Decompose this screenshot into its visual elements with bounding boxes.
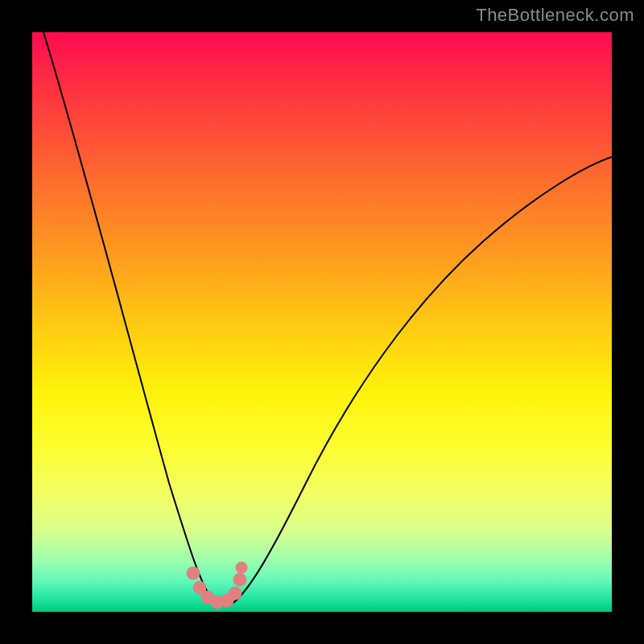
svg-point-6 (233, 573, 246, 586)
bottleneck-curve (32, 32, 612, 612)
svg-point-1 (193, 581, 206, 594)
svg-point-5 (229, 587, 242, 600)
curve-path (43, 32, 612, 605)
plot-area (32, 32, 612, 612)
svg-point-3 (211, 596, 224, 609)
svg-point-2 (201, 591, 214, 604)
svg-point-4 (221, 594, 233, 607)
chart-frame: TheBottleneck.com (0, 0, 644, 644)
watermark-text: TheBottleneck.com (476, 5, 634, 26)
svg-point-7 (236, 562, 247, 573)
svg-point-0 (187, 567, 200, 580)
marker-cluster (187, 562, 247, 609)
